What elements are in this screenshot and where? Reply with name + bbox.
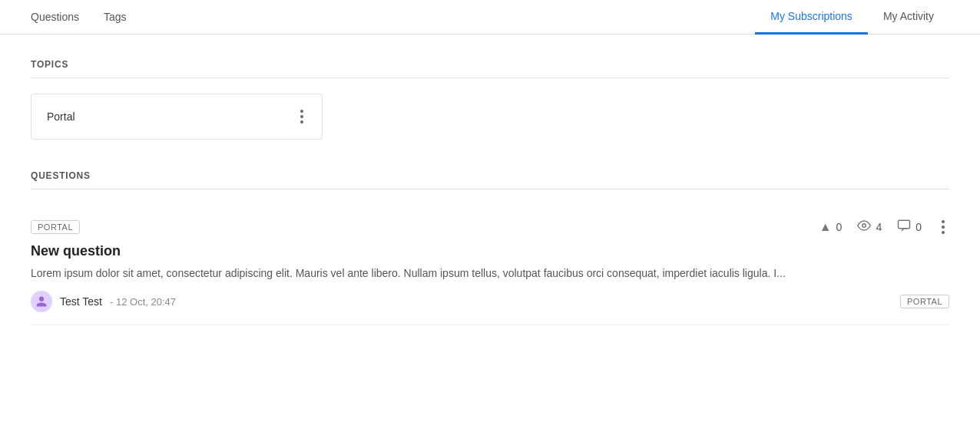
views-stat: 4 [857,219,882,236]
nav-tags[interactable]: Tags [104,2,127,32]
question-stats: ▲ 0 4 [819,217,949,237]
nav-questions[interactable]: Questions [31,2,79,32]
comments-icon [897,219,911,236]
comments-count: 0 [915,221,922,233]
questions-header: QUESTIONS [31,170,949,189]
topic-name: Portal [47,110,75,123]
nav-right: My Subscriptions My Activity [755,0,949,35]
author-date: - 12 Oct, 20:47 [110,296,176,308]
upvote-icon[interactable]: ▲ [819,220,832,234]
votes-stat: ▲ 0 [819,220,843,234]
tab-my-subscriptions[interactable]: My Subscriptions [755,0,868,35]
views-count: 4 [876,221,882,233]
svg-rect-1 [899,220,910,229]
dot [300,115,303,118]
question-item: PORTAL ▲ 0 4 [31,205,949,325]
main-content: TOPICS Portal QUESTIONS PORTAL ▲ 0 [0,35,980,350]
question-meta-top: PORTAL ▲ 0 4 [31,217,949,237]
footer-tag-badge[interactable]: PORTAL [900,295,949,308]
author-info: Test Test - 12 Oct, 20:47 [31,291,176,312]
topics-header: TOPICS [31,59,949,78]
question-footer: Test Test - 12 Oct, 20:47 PORTAL [31,291,949,312]
dot [300,120,303,124]
question-tag-badge[interactable]: PORTAL [31,220,80,234]
question-more-button[interactable] [937,217,949,237]
dot [942,220,945,223]
top-navigation: Questions Tags My Subscriptions My Activ… [0,0,980,35]
topic-more-icon[interactable] [297,107,306,127]
questions-section: QUESTIONS PORTAL ▲ 0 [31,170,949,325]
comments-stat: 0 [897,219,922,236]
dot [942,226,945,229]
votes-count: 0 [836,221,843,233]
dot [300,110,303,113]
svg-point-0 [862,224,866,228]
author-avatar [31,291,52,312]
author-name: Test Test [60,295,102,308]
topic-card-portal[interactable]: Portal [31,94,323,140]
topics-section: TOPICS Portal [31,59,949,140]
nav-left: Questions Tags [31,2,755,32]
views-icon [857,219,871,236]
question-title[interactable]: New question [31,243,949,259]
tab-my-activity[interactable]: My Activity [868,0,949,35]
dot [942,231,945,234]
question-excerpt: Lorem ipsum dolor sit amet, consectetur … [31,265,876,282]
